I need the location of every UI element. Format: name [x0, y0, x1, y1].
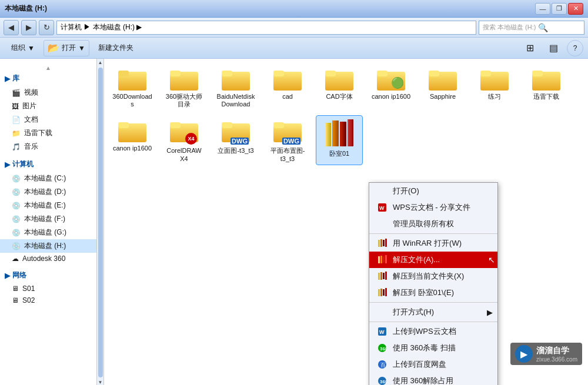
svg-rect-49 — [385, 272, 387, 280]
sidebar-drive-g[interactable]: 💿 本地磁盘 (G:) — [0, 226, 96, 239]
new-folder-button[interactable]: 新建文件夹 — [92, 40, 140, 56]
file-item-xunlei[interactable]: 迅雷下载 — [523, 63, 570, 111]
file-item-cad[interactable]: cad — [264, 63, 311, 111]
ctx-open[interactable]: 打开(O) — [369, 183, 497, 199]
sidebar-s01[interactable]: 🖥 S01 — [0, 283, 96, 294]
svg-rect-43 — [380, 256, 382, 263]
file-label: canon ip1600 — [372, 93, 410, 101]
svg-rect-18 — [532, 71, 543, 76]
search-box[interactable]: 搜索 本地磁盘 (H:) 🔍 — [479, 21, 584, 35]
rar-file-icon — [324, 118, 355, 149]
s02-icon: 🖥 — [12, 296, 19, 304]
sidebar-section-network: ▶ 网络 🖥 S01 🖥 S02 — [0, 269, 96, 306]
folder-icon — [118, 118, 146, 143]
file-label: 练习 — [488, 93, 501, 101]
ctx-extract-here[interactable]: 解压到当前文件夹(X) — [369, 268, 497, 284]
sidebar-autodesk[interactable]: ☁ Autodesk 360 — [0, 253, 96, 265]
sidebar-drive-f[interactable]: 💿 本地磁盘 (F:) — [0, 212, 96, 226]
file-item-lmt3[interactable]: DWG 立面图-t3_t3 — [212, 115, 259, 165]
view-toggle-button[interactable]: ▤ — [543, 40, 564, 56]
file-item-cadfont[interactable]: CAD字体 — [316, 63, 363, 111]
file-item-canon1[interactable]: 🟢 canon ip1600 — [368, 63, 415, 111]
sidebar-item-pictures[interactable]: 🖼 图片 — [0, 99, 96, 113]
svg-text:W: W — [379, 329, 385, 335]
ctx-admin-own[interactable]: 管理员取得所有权 — [369, 216, 497, 232]
ctx-extract-to[interactable]: 解压到 卧室01\(E) — [369, 284, 497, 301]
sidebar-drive-d[interactable]: 💿 本地磁盘 (D:) — [0, 185, 96, 199]
sidebar-item-music[interactable]: 🎵 音乐 — [0, 140, 96, 153]
sidebar-s02[interactable]: 🖥 S02 — [0, 294, 96, 306]
ctx-wps-share[interactable]: W WPS云文档 - 分享文件 — [369, 199, 497, 216]
file-item-pmt3[interactable]: DWG 平面布置图-t3_t3 — [264, 115, 311, 165]
svg-rect-47 — [380, 272, 382, 280]
svg-rect-38 — [378, 240, 380, 247]
network-label: 网络 — [12, 270, 26, 280]
ctx-wps-upload-icon: W — [376, 327, 388, 336]
help-button[interactable]: ? — [567, 40, 583, 56]
svg-rect-16 — [480, 71, 491, 76]
svg-rect-8 — [273, 71, 284, 76]
sidebar-item-xunlei[interactable]: 📁 迅雷下载 — [0, 126, 96, 140]
ctx-360-unlock[interactable]: 360 使用 360解除占用 — [369, 373, 497, 385]
ctx-360-scan[interactable]: 360 使用 360杀毒 扫描 — [369, 340, 497, 356]
svg-rect-39 — [380, 239, 382, 247]
minimize-button[interactable]: — — [535, 3, 550, 15]
file-item-woshi01[interactable]: 卧室01 — [316, 115, 363, 165]
drive-h-icon: 💿 — [12, 242, 21, 250]
open-button[interactable]: 📂 打开 ▼ — [44, 40, 89, 56]
sidebar: ▲ ▶ 库 🎬 视频 🖼 图片 📄 文档 📁 迅雷下载 — [0, 59, 97, 385]
window-title: 本地磁盘 (H:) — [5, 4, 47, 14]
svg-text:360: 360 — [380, 346, 387, 351]
close-button[interactable]: ✕ — [568, 3, 583, 15]
ctx-open-with[interactable]: 打开方式(H) ▶ — [369, 304, 497, 320]
folder-icon — [429, 66, 457, 92]
sidebar-item-video[interactable]: 🎬 视频 — [0, 86, 96, 99]
ctx-baidu-upload[interactable]: 百 上传到百度网盘 — [369, 356, 497, 373]
sidebar-library-header[interactable]: ▶ 库 — [0, 72, 96, 86]
svg-rect-44 — [383, 256, 385, 263]
drive-f-icon: 💿 — [12, 215, 21, 223]
svg-rect-2 — [118, 71, 129, 76]
sidebar-drive-c[interactable]: 💿 本地磁盘 (C:) — [0, 172, 96, 185]
svg-rect-53 — [385, 288, 387, 296]
svg-rect-4 — [170, 71, 181, 76]
file-item-canon2[interactable]: canon ip1600 — [109, 115, 156, 165]
drive-d-icon: 💿 — [12, 188, 21, 196]
ctx-submenu-arrow: ▶ — [487, 308, 493, 317]
sidebar-computer-header[interactable]: ▶ 计算机 — [0, 158, 96, 172]
sidebar-section-computer: ▶ 计算机 💿 本地磁盘 (C:) 💿 本地磁盘 (D:) 💿 本地磁盘 (E:… — [0, 158, 96, 265]
file-item-360qudong[interactable]: 360驱动大师目录 — [161, 63, 208, 111]
file-item-baidu[interactable]: BaiduNetdiskDownload — [212, 63, 259, 111]
sidebar-network-header[interactable]: ▶ 网络 — [0, 269, 96, 283]
svg-rect-26 — [273, 122, 284, 128]
view-options-button[interactable]: ⊞ — [520, 40, 540, 56]
file-label: 360Downloads — [111, 93, 153, 108]
file-label: Sapphire — [430, 93, 456, 101]
refresh-button[interactable]: ↻ — [39, 20, 54, 35]
file-item-lianxi[interactable]: 练习 — [471, 63, 518, 111]
sidebar-drive-e[interactable]: 💿 本地磁盘 (E:) — [0, 199, 96, 212]
file-item-360downloads[interactable]: 360Downloads — [109, 63, 156, 111]
svg-rect-22 — [170, 122, 181, 128]
ctx-shield-icon — [376, 219, 388, 229]
forward-button[interactable]: ▶ — [21, 20, 36, 35]
folder-icon — [325, 66, 353, 92]
file-label: canon ip1600 — [113, 145, 152, 152]
ctx-upload-wps[interactable]: W 上传到WPS云文档 — [369, 323, 497, 340]
svg-rect-30 — [332, 120, 339, 146]
file-item-sapphire[interactable]: Sapphire — [419, 63, 466, 111]
ctx-extract-files[interactable]: 解压文件(A)... ↖ — [369, 252, 497, 268]
svg-text:百: 百 — [380, 362, 386, 368]
file-item-coreldraw[interactable]: X4 CorelDRAW X4 — [161, 115, 208, 165]
back-button[interactable]: ◀ — [4, 20, 19, 35]
rar-icon-svg — [324, 118, 355, 149]
address-path[interactable]: 计算机 ▶ 本地磁盘 (H:) ▶ — [56, 21, 476, 35]
restore-button[interactable]: ❐ — [552, 3, 567, 15]
organize-button[interactable]: 组织 ▼ — [5, 40, 41, 56]
sidebar-item-documents[interactable]: 📄 文档 — [0, 113, 96, 126]
file-label: 迅雷下载 — [533, 93, 559, 101]
ctx-winrar-open[interactable]: 用 WinRAR 打开(W) — [369, 235, 497, 252]
svg-rect-28 — [325, 123, 331, 146]
sidebar-drive-h[interactable]: 💿 本地磁盘 (H:) — [0, 239, 96, 253]
search-placeholder: 搜索 本地磁盘 (H:) — [483, 23, 536, 32]
